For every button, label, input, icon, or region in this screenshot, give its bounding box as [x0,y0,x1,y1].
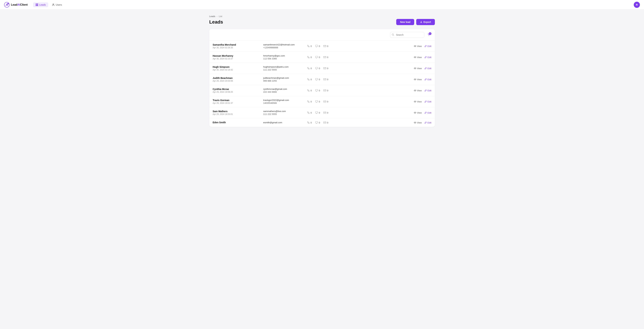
lead-date: Apr 30, 2024 02:18:42 [213,69,260,71]
comments-count: 0 [319,56,320,58]
edit-icon [424,67,427,69]
eye-icon [414,100,416,103]
filter-button[interactable]: 0 [426,32,432,37]
nav-item-users[interactable]: Users [50,2,64,7]
view-button[interactable]: View [414,78,422,81]
view-label: View [417,45,422,47]
emails-count: 0 [327,121,328,124]
lead-phone: +12049988888 [263,46,304,49]
lead-date: Apr 29, 2024 19:01:37 [213,102,260,104]
lead-info: Eden Smith [213,121,260,124]
svg-point-0 [4,2,10,7]
edit-button[interactable]: Edit [424,111,431,114]
comments-stat: 0 [315,100,320,103]
view-label: View [417,89,422,92]
edit-button[interactable]: Edit [424,67,431,70]
svg-rect-8 [324,45,326,47]
view-label: View [417,56,422,58]
lead-phone: 112 556 3366 [263,57,304,60]
lead-email: esmith@gmail.com [263,121,304,124]
edit-button[interactable]: Edit [424,56,431,58]
lead-phone: 222 444 6666 [263,91,304,93]
filter-badge: 0 [429,32,432,35]
new-lead-button[interactable]: New lead [396,19,414,25]
calls-stat: 0 [307,121,312,124]
edit-button[interactable]: Edit [424,78,431,81]
edit-button[interactable]: Edit [424,45,431,47]
edit-button[interactable]: Edit [424,100,431,103]
eye-icon [414,89,416,92]
page-header: Leads New lead Export [209,19,435,25]
export-icon [420,21,422,23]
view-button[interactable]: View [414,56,422,58]
lead-stats: 0 0 0 [307,78,405,81]
lead-info: Travis Gorman Apr 29, 2024 19:01:37 [213,99,260,104]
logo[interactable]: LeadAIClient [4,2,28,7]
comment-icon [315,89,318,92]
edit-icon [424,111,427,114]
view-button[interactable]: View [414,45,422,47]
svg-rect-20 [324,112,326,113]
comments-count: 0 [319,45,320,47]
svg-rect-22 [324,122,326,123]
lead-stats: 0 0 0 [307,56,405,58]
emails-count: 0 [327,89,328,92]
breadcrumb-separator: › [217,15,217,17]
edit-button[interactable]: Edit [424,89,431,92]
lead-stats: 0 0 0 [307,121,405,124]
view-button[interactable]: View [414,67,422,70]
calls-count: 0 [311,89,312,92]
email-icon [324,67,326,70]
export-button[interactable]: Export [416,19,435,25]
lead-contact: esmith@gmail.com [263,121,304,124]
edit-button[interactable]: Edit [424,121,431,124]
svg-point-17 [415,90,416,91]
calls-count: 0 [311,100,312,103]
breadcrumb-leads-link[interactable]: Leads [209,15,215,17]
emails-count: 0 [327,100,328,103]
edit-label: Edit [428,67,431,70]
table-row: Sam Mathers Apr 29, 2024 18:53:01 sammat… [209,107,435,118]
comments-count: 0 [319,100,320,103]
svg-point-19 [415,101,416,102]
comments-count: 0 [319,78,320,81]
view-button[interactable]: View [414,121,422,124]
svg-point-6 [53,4,54,5]
emails-stat: 0 [324,78,328,81]
view-button[interactable]: View [414,100,422,103]
table-row: Hassan Morhanny Apr 30, 2024 02:23:37 hm… [209,52,435,63]
eye-icon [414,56,416,58]
navbar: LeadAIClient Leads Users R [0,0,644,9]
lead-actions: View Edit [408,100,432,103]
comments-stat: 0 [315,89,320,92]
phone-icon [307,111,310,114]
email-icon [324,56,326,58]
view-button[interactable]: View [414,89,422,92]
lead-name: Travis Gorman [213,99,260,102]
comment-icon [315,100,318,103]
svg-rect-10 [324,56,326,58]
nav-item-leads[interactable]: Leads [33,2,48,7]
emails-stat: 0 [324,56,328,58]
comment-icon [315,45,318,47]
svg-rect-2 [36,3,37,4]
emails-count: 0 [327,111,328,114]
lead-contact: cynthmcrae@gmail.com 222 444 6666 [263,88,304,93]
view-button[interactable]: View [414,111,422,114]
email-icon [324,78,326,81]
calls-stat: 0 [307,111,312,114]
lead-email: sammathers@live.com [263,110,304,112]
leads-table-card: 0 Samantha Merchand Apr 30, 2024 02:26:3… [209,29,435,127]
lead-actions: View Edit [408,78,432,81]
comments-count: 0 [319,89,320,92]
breadcrumb: Leads › List [209,15,435,17]
lead-contact: samanthmerch22@hotmail.com +12049988888 [263,43,304,49]
lead-email: hughsimpson@petru.com [263,65,304,68]
lead-date: Apr 30, 2024 02:26:35 [213,46,260,49]
search-input[interactable] [390,32,424,38]
comments-count: 0 [319,111,320,114]
avatar[interactable]: R [634,2,640,8]
comments-stat: 0 [315,121,320,124]
lead-email: judbeachman@gmail.com [263,77,304,79]
eye-icon [414,111,416,114]
